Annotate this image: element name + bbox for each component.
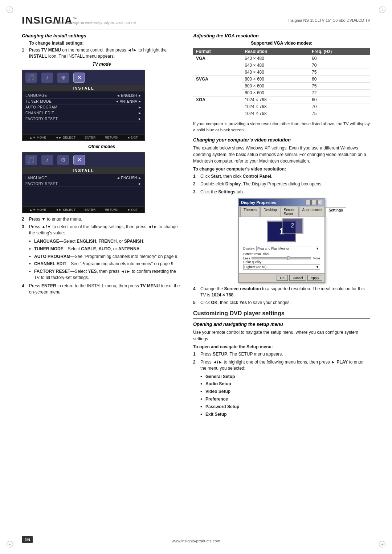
win-close-btn[interactable]: ×	[317, 200, 322, 205]
right-step-1-num: 1	[193, 173, 198, 180]
tv-menu-2-footer: ▲▼ MOVE ◄► SELECT ENTER RETURN ■ EXIT	[23, 206, 144, 213]
right-step-3: 3 Click the Settings tab.	[193, 189, 370, 195]
vga-freq-1: 60	[309, 55, 370, 62]
steps-below: 2 Press ▼ to enter the menu. 3 Press ▲/▼…	[22, 216, 181, 236]
right-step-5-text: Click OK, then click Yes to save your ch…	[200, 300, 291, 306]
win-tab-appearance[interactable]: Appearance	[299, 207, 325, 217]
right-step-5-num: 5	[193, 300, 198, 306]
other-modes-label: Other modes	[22, 144, 181, 149]
tv2-row-language: LANGUAGE ◄ ENGLISH ►	[25, 175, 142, 181]
win-tab-themes[interactable]: Themes	[240, 207, 260, 217]
win-cancel-button[interactable]: Cancel	[289, 275, 306, 281]
win-color-dropdown[interactable]: Highest (32 bit) ▼	[243, 264, 320, 270]
tv-row-auto-value: ►	[138, 105, 142, 109]
footer2-enter: ENTER	[85, 208, 96, 212]
tv-menu-2: 🎵 ♪ ⚙ ✕ INSTALL LANGUAGE ◄ ENGLISH ► FAC…	[22, 152, 145, 213]
footer2-return: RETURN	[105, 208, 119, 212]
dvd-step-1: 1 Press SETUP. The SETUP menu appears.	[193, 351, 370, 357]
win-dropdown-arrow: ▼	[316, 247, 319, 250]
tv2-row-factory-label: FACTORY RESET	[25, 182, 58, 186]
table-row: VGA 640 × 480 60	[193, 55, 370, 62]
win-minimize-btn[interactable]: _	[306, 200, 311, 205]
svga-freq-3: 72	[309, 90, 370, 97]
vga-freq-3: 75	[309, 69, 370, 76]
dvd-bullet-password: Password Setup	[200, 404, 370, 410]
vga-table: Format Resolution Freq. (Hz) VGA 640 × 4…	[193, 48, 370, 117]
dvd-bullet-preference: Preference	[200, 396, 370, 402]
col-freq: Freq. (Hz)	[309, 48, 370, 55]
win-monitor-2: 2	[282, 218, 303, 234]
win-color-value: Highest (32 bit)	[244, 265, 266, 269]
tv2-icon-3: ⚙	[57, 155, 69, 165]
win-controls: Display: Plug and Play Monitor ▼ Screen …	[241, 245, 322, 271]
right-step-5: 5 Click OK, then click Yes to save your …	[193, 300, 370, 306]
win-display-label: Display:	[243, 247, 255, 250]
dvd-opening-para: Use your remote control to navigate the …	[193, 329, 370, 342]
left-column: Changing the Install settings To change …	[22, 33, 181, 419]
win-monitor-area: 1 2	[241, 219, 322, 245]
dvd-step-1-num: 1	[193, 351, 198, 357]
win-display-dropdown[interactable]: Plug and Play Monitor ▼	[256, 246, 320, 251]
right-step-4-num: 4	[193, 286, 198, 298]
dvd-menu-bullets: General Setup Audio Setup Video Setup Pr…	[200, 374, 370, 418]
tv-row-channel-value: ►	[138, 111, 142, 115]
reg-mark-tr	[379, 7, 385, 13]
right-step-1-text: Click Start, then click Control Panel.	[200, 173, 272, 180]
xga-res-1: 1024 × 768	[242, 97, 309, 103]
change-video-heading: To change your computer's video resoluti…	[193, 167, 370, 172]
tv-row-auto-label: AUTO PROGRAM	[25, 105, 57, 109]
tv-icon-3: ⊕	[57, 73, 69, 83]
win-color-label: Color quality:	[243, 260, 320, 264]
bullet-factory: FACTORY RESET—Select YES, then press ◄/►…	[29, 268, 181, 281]
win-resolution-slider[interactable]	[252, 257, 311, 259]
footer-move: ▲▼ MOVE	[29, 136, 46, 139]
right-step-4: 4 Change the Screen resolution to a supp…	[193, 286, 370, 298]
tv-menu-2-header: INSTALL	[23, 167, 144, 174]
win-tab-screensaver[interactable]: Screen Saver	[281, 207, 299, 217]
changing-install-title: Changing the Install settings	[22, 33, 181, 38]
svga-res-2: 800 × 600	[242, 83, 309, 90]
bullet-language: LANGUAGE—Select ENGLISH, FRENCH, or SPAN…	[29, 238, 181, 245]
dvd-bullet-audio: Audio Setup	[200, 381, 370, 387]
win-monitor-num-2: 2	[291, 222, 294, 229]
win-tab-desktop[interactable]: Desktop	[260, 207, 280, 217]
computer-video-intro: The example below shows Windows XP setti…	[193, 145, 370, 164]
win-slider-thumb[interactable]	[287, 257, 290, 260]
tv-row-auto: AUTO PROGRAM ►	[25, 104, 142, 110]
vga-freq-2: 70	[309, 62, 370, 69]
xga-freq-2: 70	[309, 103, 370, 110]
step-4-num: 4	[22, 283, 27, 295]
tv2-row-language-value: ◄ ENGLISH ►	[117, 176, 142, 180]
bullet-auto: AUTO PROGRAM—See "Programming channels i…	[29, 254, 181, 260]
right-step-1: 1 Click Start, then click Control Panel.	[193, 173, 370, 180]
right-step-2-text: Double-click Display. The Display Proper…	[200, 181, 323, 187]
tv-mode-label: TV mode	[22, 62, 181, 67]
tv-row-tuner-value: ◄ ANTENNA ►	[115, 99, 142, 103]
step-3-num: 3	[22, 224, 27, 236]
reg-mark-tl	[7, 7, 13, 13]
footer2-exit: ■ EXIT	[127, 208, 138, 212]
right-step-4-text: Change the Screen resolution to a suppor…	[200, 286, 370, 298]
win-apply-button[interactable]: Apply	[307, 275, 322, 281]
tv-menu-1-header: INSTALL	[23, 85, 144, 91]
win-tab-settings[interactable]: Settings	[325, 207, 346, 217]
step-3: 3 Press ▲/▼ to select one of the followi…	[22, 224, 181, 236]
svga-res-3: 800 × 600	[242, 90, 309, 97]
win-more-label: More	[313, 257, 320, 260]
tv-row-language-label: LANGUAGE	[25, 94, 47, 98]
win-maximize-btn[interactable]: □	[311, 200, 317, 205]
tv-row-channel: CHANNEL EDIT ►	[25, 110, 142, 116]
footer-url: www.insignia-products.com	[172, 539, 220, 543]
dvd-bullet-exit: Exit Setup	[200, 411, 370, 418]
right-step-3-num: 3	[193, 189, 198, 195]
xga-freq-1: 60	[309, 97, 370, 103]
dvd-opening-title: Opening and navigating the setup menu	[193, 321, 370, 327]
footer2-move: ▲▼ MOVE	[29, 208, 46, 212]
win-resolution-label: Screen resolution:	[243, 252, 320, 256]
win-title-bar: Display Properties _ □ ×	[239, 199, 324, 206]
dvd-section-title: Customizing DVD player settings	[193, 310, 370, 319]
tv2-row-factory: FACTORY RESET ►	[25, 181, 142, 187]
tv-row-factory: FACTORY RESET ►	[25, 116, 142, 122]
step-2-num: 2	[22, 216, 27, 222]
win-ok-button[interactable]: OK	[277, 275, 288, 281]
